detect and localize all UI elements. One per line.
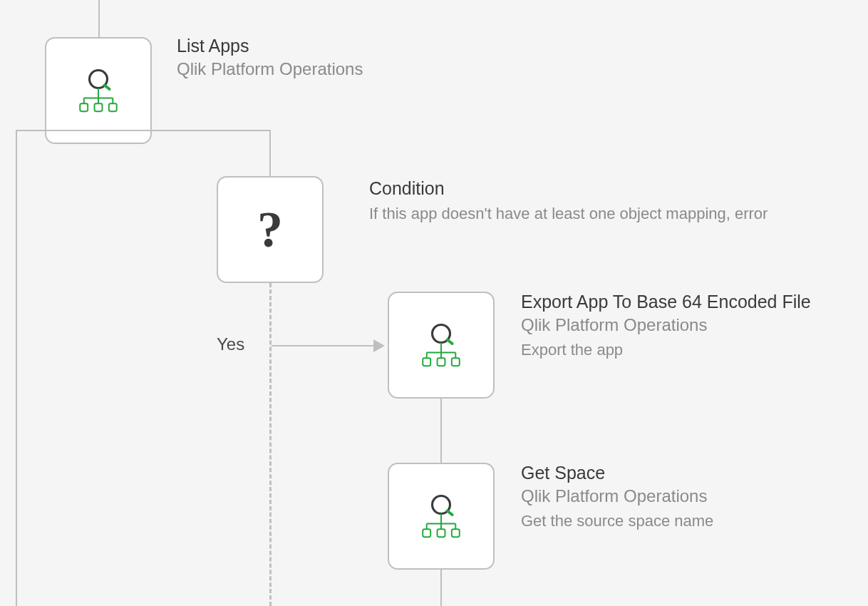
node-desc: Get the source space name [521, 510, 856, 532]
node-export-app-label: Export App To Base 64 Encoded File Qlik … [521, 290, 856, 361]
svg-rect-15 [423, 358, 430, 366]
svg-rect-16 [438, 358, 445, 366]
connector-dashed [269, 283, 272, 606]
svg-rect-26 [452, 529, 460, 537]
node-condition[interactable]: ? [217, 176, 324, 283]
node-get-space[interactable] [388, 463, 495, 570]
connector-line [440, 399, 442, 463]
node-title: Export App To Base 64 Encoded File [521, 290, 856, 314]
node-title: List Apps [177, 34, 363, 58]
node-list-apps[interactable] [45, 37, 152, 144]
connector-line [98, 0, 100, 37]
svg-rect-8 [109, 103, 117, 111]
node-get-space-label: Get Space Qlik Platform Operations Get t… [521, 461, 856, 532]
node-subtitle: Qlik Platform Operations [521, 485, 856, 508]
node-desc: Export the app [521, 339, 856, 361]
svg-rect-7 [95, 103, 103, 111]
qlik-icon [413, 316, 469, 374]
node-condition-label: Condition If this app doesn't have at le… [369, 177, 839, 224]
connector-line [269, 130, 271, 176]
connector-line [272, 345, 375, 346]
node-desc: If this app doesn't have at least one ob… [369, 203, 839, 225]
svg-rect-25 [438, 529, 445, 537]
connector-line [16, 130, 17, 606]
svg-rect-17 [452, 358, 460, 366]
qlik-icon [413, 487, 469, 545]
question-mark-icon: ? [257, 200, 283, 260]
svg-rect-24 [423, 529, 430, 537]
qlik-icon [71, 61, 126, 120]
node-list-apps-label: List Apps Qlik Platform Operations [177, 34, 363, 81]
node-title: Get Space [521, 461, 856, 485]
workflow-canvas: List Apps Qlik Platform Operations ? Con… [0, 0, 868, 606]
node-subtitle: Qlik Platform Operations [521, 314, 856, 337]
node-export-app[interactable] [388, 292, 495, 399]
svg-rect-6 [80, 103, 88, 111]
node-subtitle: Qlik Platform Operations [177, 58, 363, 81]
connector-line [16, 130, 271, 131]
branch-label-yes: Yes [217, 334, 244, 354]
connector-line [440, 570, 442, 606]
arrowhead-icon [373, 339, 385, 352]
node-title: Condition [369, 177, 839, 200]
